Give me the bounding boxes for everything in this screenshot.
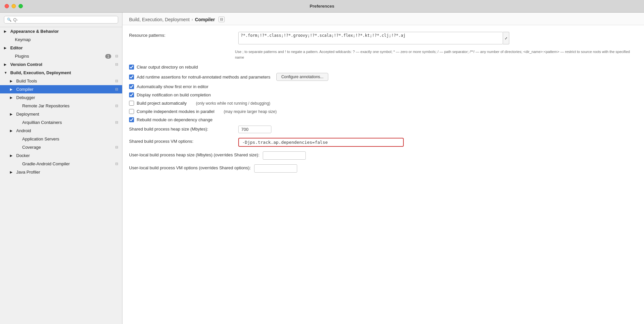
main-content: 🔍 ▶ Appearance & Behavior Keymap ▶ Edito… <box>0 13 644 324</box>
sidebar-item-debugger[interactable]: ▶ Debugger <box>0 93 122 102</box>
build-auto-checkbox[interactable] <box>129 101 134 106</box>
shared-vm-options-label: Shared build process VM options: <box>129 138 235 144</box>
sidebar-item-version-control[interactable]: ▶ Version Control ⊟ <box>0 60 122 69</box>
sidebar-item-arquillian[interactable]: Arquillian Containers ⊟ <box>0 118 122 127</box>
window-controls <box>5 4 23 8</box>
sidebar-item-label: Arquillian Containers <box>22 120 113 125</box>
checkbox-display-notification[interactable]: Display notification on build completion <box>129 92 634 97</box>
sidebar-item-label: Keymap <box>15 37 118 42</box>
checkbox-show-first-error[interactable]: Automatically show first error in editor <box>129 84 634 89</box>
sidebar-item-label: Gradle-Android Compiler <box>22 161 113 166</box>
sidebar-item-build-tools[interactable]: ▶ Build Tools ⊟ <box>0 77 122 85</box>
sidebar-item-label: Version Control <box>10 62 113 67</box>
file-icon: ⊟ <box>115 54 118 58</box>
display-notification-label: Display notification on build completion <box>137 92 211 97</box>
show-first-error-label: Automatically show first error in editor <box>137 84 208 89</box>
checkbox-rebuild-module[interactable]: Rebuild module on dependency change <box>129 117 634 122</box>
breadcrumb-part1: Build, Execution, Deployment <box>129 17 190 22</box>
user-heap-input[interactable] <box>263 151 306 160</box>
resource-patterns-row: Resource patterns: ⤢ <box>129 32 634 44</box>
file-icon: ⊟ <box>115 162 118 166</box>
user-heap-label: User-local build process heap size (Mbyt… <box>129 151 259 157</box>
right-panel: Build, Execution, Deployment › Compiler … <box>122 13 644 324</box>
file-icon: ⊟ <box>115 104 118 108</box>
panel-body: Resource patterns: ⤢ Use ; to separate p… <box>122 25 644 324</box>
chevron-icon: ▶ <box>10 87 14 91</box>
sidebar-item-android[interactable]: ▶ Android <box>0 127 122 135</box>
sidebar-item-java-profiler[interactable]: ▶ Java Profiler <box>0 168 122 176</box>
chevron-icon: ▶ <box>4 29 8 33</box>
build-auto-note: (only works while not running / debuggin… <box>196 101 270 106</box>
sidebar-item-remote-jar[interactable]: Remote Jar Repositories ⊟ <box>0 102 122 110</box>
sidebar-item-label: Debugger <box>16 95 118 100</box>
resource-patterns-input[interactable] <box>238 32 503 44</box>
user-vm-options-input[interactable] <box>254 164 297 173</box>
runtime-assertions-checkbox[interactable] <box>129 75 134 80</box>
settings-icon-button[interactable]: ⊟ <box>218 17 225 22</box>
clear-output-label: Clear output directory on rebuild <box>137 65 198 70</box>
sidebar-item-build-exec-deploy[interactable]: ▼ Build, Execution, Deployment <box>0 69 122 77</box>
chevron-icon: ▶ <box>10 96 14 99</box>
compile-parallel-label: Compile independent modules in parallel <box>137 109 214 114</box>
display-notification-checkbox[interactable] <box>129 92 134 97</box>
checkbox-clear-output[interactable]: Clear output directory on rebuild <box>129 65 634 70</box>
plugins-badge: 1 <box>105 54 111 59</box>
sidebar-item-keymap[interactable]: Keymap <box>0 35 122 44</box>
file-icon: ⊟ <box>115 62 118 67</box>
panel-header: Build, Execution, Deployment › Compiler … <box>122 13 644 25</box>
sidebar-item-compiler[interactable]: ▶ Compiler ⊟ <box>0 85 122 93</box>
compile-parallel-checkbox[interactable] <box>129 109 134 114</box>
file-icon: ⊟ <box>115 79 118 83</box>
sidebar-item-appearance[interactable]: ▶ Appearance & Behavior <box>0 27 122 35</box>
checkbox-runtime-assertions[interactable]: Add runtime assertions for notnull-annot… <box>129 73 634 81</box>
show-first-error-checkbox[interactable] <box>129 84 134 89</box>
shared-heap-row: Shared build process heap size (Mbytes): <box>129 126 634 133</box>
shared-heap-input[interactable] <box>238 126 271 133</box>
sidebar-item-deployment[interactable]: ▶ Deployment <box>0 110 122 118</box>
sidebar-item-gradle-android[interactable]: Gradle-Android Compiler ⊟ <box>0 160 122 168</box>
sidebar-item-coverage[interactable]: Coverage ⊟ <box>0 143 122 151</box>
sidebar-item-editor[interactable]: ▶ Editor <box>0 44 122 52</box>
search-input-wrap[interactable]: 🔍 <box>4 16 118 24</box>
chevron-icon: ▶ <box>4 46 8 50</box>
search-icon: 🔍 <box>7 18 12 22</box>
maximize-button[interactable] <box>19 4 23 8</box>
user-heap-row: User-local build process heap size (Mbyt… <box>129 151 634 160</box>
sidebar-item-label: Coverage <box>22 145 113 150</box>
expand-button[interactable]: ⤢ <box>503 32 509 44</box>
sidebar-item-docker[interactable]: ▶ Docker <box>0 151 122 160</box>
file-icon: ⊟ <box>115 145 118 149</box>
sidebar-item-label: Remote Jar Repositories <box>22 103 113 108</box>
sidebar-item-label: Java Profiler <box>16 170 118 175</box>
shared-vm-options-row: Shared build process VM options: <box>129 138 634 147</box>
shared-vm-options-input[interactable] <box>238 138 404 147</box>
sidebar-item-label: Application Servers <box>22 136 118 141</box>
sidebar-item-app-servers[interactable]: Application Servers <box>0 135 122 143</box>
window-title: Preferences <box>310 4 334 9</box>
configure-annotations-button[interactable]: Configure annotations... <box>276 73 328 81</box>
checkbox-build-auto[interactable]: Build project automatically (only works … <box>129 101 634 106</box>
checkbox-compile-parallel[interactable]: Compile independent modules in parallel … <box>129 109 634 114</box>
file-icon: ⊟ <box>115 87 118 91</box>
rebuild-module-label: Rebuild module on dependency change <box>137 117 212 122</box>
search-input[interactable] <box>13 17 115 22</box>
close-button[interactable] <box>5 4 9 8</box>
chevron-icon: ▶ <box>10 170 14 174</box>
sidebar-item-label: Build Tools <box>16 79 113 83</box>
clear-output-checkbox[interactable] <box>129 65 134 70</box>
chevron-icon: ▼ <box>4 71 8 75</box>
chevron-icon: ▶ <box>10 129 14 133</box>
sidebar-item-plugins[interactable]: Plugins 1 ⊟ <box>0 52 122 60</box>
rebuild-module-checkbox[interactable] <box>129 117 134 122</box>
breadcrumb-separator: › <box>192 17 193 22</box>
resource-patterns-field: ⤢ <box>238 32 634 44</box>
chevron-icon: ▶ <box>4 63 8 66</box>
sidebar-item-label: Build, Execution, Deployment <box>10 70 118 75</box>
minimize-button[interactable] <box>12 4 16 8</box>
sidebar-item-label: Plugins <box>15 54 104 59</box>
search-bar: 🔍 <box>0 13 122 27</box>
chevron-icon: ▶ <box>10 112 14 116</box>
chevron-icon: ▶ <box>10 154 14 157</box>
shared-heap-label: Shared build process heap size (Mbytes): <box>129 126 235 132</box>
chevron-icon: ▶ <box>10 79 14 83</box>
